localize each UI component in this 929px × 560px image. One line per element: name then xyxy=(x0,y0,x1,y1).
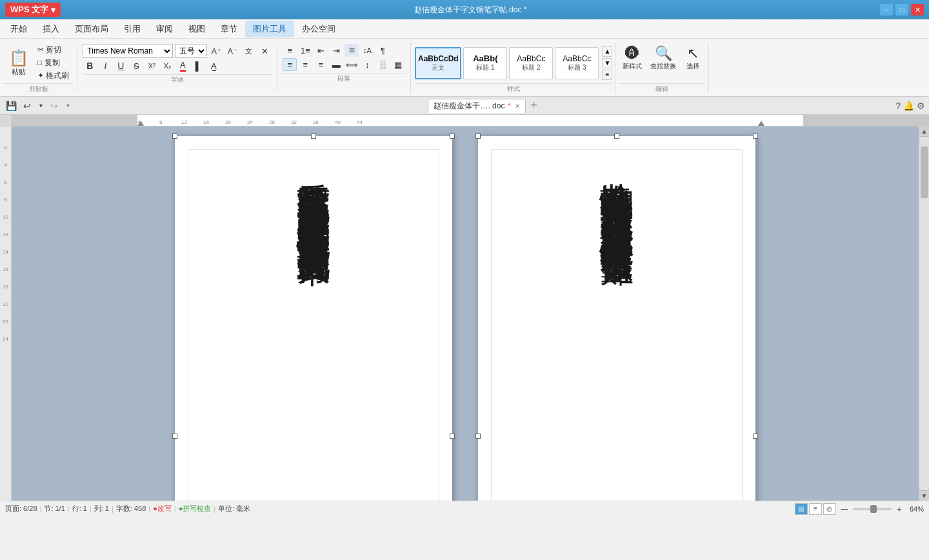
view-outline-btn[interactable]: ≡ xyxy=(809,503,822,515)
highlight-button[interactable]: ▌ xyxy=(191,59,205,72)
underline-button[interactable]: U xyxy=(114,59,128,72)
page2-handle-mr[interactable] xyxy=(753,434,758,439)
quick-access-toolbar: 💾 ↩ ▾ ↪ ▾ 赵佶瘦金体千…. doc * ✕ + ? 🔔 ⚙ xyxy=(0,97,929,115)
align-right-btn[interactable]: ≡ xyxy=(314,58,328,71)
undo-dropdown-button[interactable]: ▾ xyxy=(36,99,45,113)
vertical-scrollbar[interactable]: ▲ ▼ xyxy=(919,126,929,501)
list-ordered-button[interactable]: 1≡ xyxy=(298,44,312,57)
save-button[interactable]: 💾 xyxy=(4,99,18,113)
notification-icon[interactable]: 🔔 xyxy=(903,101,914,111)
close-button[interactable]: ✕ xyxy=(911,4,924,15)
align-left-button[interactable]: ≡ xyxy=(345,44,359,57)
strikethrough-button[interactable]: S xyxy=(129,59,143,72)
redo-dropdown-button[interactable]: ▾ xyxy=(63,99,72,113)
page1-handle-ml[interactable] xyxy=(172,434,177,439)
view-web-btn[interactable]: ◎ xyxy=(823,503,836,515)
menu-item-review[interactable]: 审阅 xyxy=(148,21,181,37)
page1-handle-tm[interactable] xyxy=(311,134,316,139)
view-page-btn[interactable]: ▤ xyxy=(795,503,808,515)
minimize-button[interactable]: ─ xyxy=(880,4,893,15)
zoom-thumb[interactable] xyxy=(870,505,877,513)
style-normal[interactable]: AaBbCcDd 正文 xyxy=(415,47,461,79)
styles-scroll-down[interactable]: ▼ xyxy=(602,58,612,68)
scroll-thumb[interactable] xyxy=(921,146,928,198)
sort-button[interactable]: ↕A xyxy=(360,44,374,57)
menu-item-references[interactable]: 引用 xyxy=(116,21,148,37)
italic-button[interactable]: I xyxy=(98,59,112,72)
page1-handle-tl[interactable] xyxy=(172,134,177,139)
maximize-button[interactable]: □ xyxy=(895,4,908,15)
menu-item-insert[interactable]: 插入 xyxy=(35,21,67,37)
add-tab-button[interactable]: + xyxy=(528,99,540,112)
align-center-btn[interactable]: ≡ xyxy=(298,58,312,71)
page1-handle-mr[interactable] xyxy=(450,434,455,439)
shading-btn[interactable]: ░ xyxy=(375,58,390,71)
scroll-track[interactable] xyxy=(919,137,929,490)
font-size-select[interactable]: 五号 四号 三号 xyxy=(175,44,207,58)
paste-button[interactable]: 📋 粘贴 xyxy=(4,44,34,82)
new-style-button[interactable]: 🅐 新样式 xyxy=(619,44,645,72)
undo-button[interactable]: ↩ xyxy=(20,99,34,113)
font-name-select[interactable]: Times New Roman Arial xyxy=(83,44,173,58)
menu-item-page-layout[interactable]: 页面布局 xyxy=(67,21,116,37)
page1-handle-tr[interactable] xyxy=(450,134,455,139)
ruler-left-indent[interactable] xyxy=(137,121,144,126)
indent-increase-button[interactable]: ⇥ xyxy=(329,44,343,57)
copy-button[interactable]: □ 复制 xyxy=(35,57,72,69)
menu-item-picture-tools[interactable]: 图片工具 xyxy=(245,21,294,37)
wps-logo[interactable]: WPS 文字 ▾ xyxy=(5,3,61,17)
scroll-down-arrow[interactable]: ▼ xyxy=(919,490,930,501)
settings-icon[interactable]: ⚙ xyxy=(917,101,925,111)
list-unordered-button[interactable]: ≡ xyxy=(283,44,297,57)
text-shadow-button[interactable]: A̲ xyxy=(206,59,221,72)
styles-scroll-up[interactable]: ▲ xyxy=(602,46,612,57)
ruler-right-indent[interactable] xyxy=(758,121,764,126)
scroll-up-arrow[interactable]: ▲ xyxy=(919,126,930,137)
wps-dropdown-icon[interactable]: ▾ xyxy=(51,5,55,15)
format-painter-button[interactable]: ✦ 格式刷 xyxy=(35,70,72,82)
ruler-mark: 20 xyxy=(225,119,231,125)
bold-button[interactable]: B xyxy=(83,59,97,72)
zoom-out-btn[interactable]: ─ xyxy=(841,504,848,514)
menu-item-office-space[interactable]: 办公空间 xyxy=(294,21,343,37)
menu-item-view[interactable]: 视图 xyxy=(181,21,213,37)
search-replace-button[interactable]: 🔍 查找替换 xyxy=(648,44,679,72)
menu-item-chapter[interactable]: 章节 xyxy=(213,21,245,37)
phonetic-guide-button[interactable]: 文 xyxy=(241,45,255,57)
page2-handle-tl[interactable] xyxy=(475,134,481,139)
page2-handle-ml[interactable] xyxy=(475,434,481,439)
page2-col1: 恭惟鞠養豈敢毀傷 xyxy=(598,156,635,166)
border-btn[interactable]: ▦ xyxy=(391,58,405,71)
select-button[interactable]: ↖ 选择 xyxy=(681,44,704,72)
help-icon[interactable]: ? xyxy=(895,101,901,111)
status-overwrite[interactable]: ●改写 xyxy=(153,504,172,514)
distribute-btn[interactable]: ⟺ xyxy=(345,58,359,71)
font-grow-button[interactable]: A⁺ xyxy=(209,45,223,57)
clear-format-button[interactable]: ✕ xyxy=(257,45,272,57)
redo-button[interactable]: ↪ xyxy=(47,99,61,113)
menu-item-start[interactable]: 开始 xyxy=(3,21,35,37)
page2-handle-tm[interactable] xyxy=(614,134,619,139)
font-color-button[interactable]: A xyxy=(175,59,190,72)
status-spellcheck[interactable]: ●拼写检查 xyxy=(179,504,212,514)
font-shrink-button[interactable]: A⁻ xyxy=(225,45,239,57)
style-heading3[interactable]: AaBbCc 标题 3 xyxy=(555,47,599,79)
style-heading2[interactable]: AaBbCc 标题 2 xyxy=(509,47,553,79)
status-sep1: | xyxy=(40,505,42,513)
status-sep7: | xyxy=(214,505,215,513)
subscript-button[interactable]: X₂ xyxy=(160,59,174,72)
show-hide-button[interactable]: ¶ xyxy=(375,44,390,57)
align-left-btn[interactable]: ≡ xyxy=(283,58,297,71)
cut-button[interactable]: ✂ 剪切 xyxy=(35,44,72,56)
style-heading1[interactable]: AaBb( 标题 1 xyxy=(463,47,507,79)
tab-close-icon[interactable]: ✕ xyxy=(515,103,520,110)
document-tab[interactable]: 赵佶瘦金体千…. doc * ✕ xyxy=(428,99,526,113)
justify-btn[interactable]: ▬ xyxy=(329,58,343,71)
line-spacing-btn[interactable]: ↕ xyxy=(360,58,374,71)
styles-scroll-expand[interactable]: ≡ xyxy=(602,70,612,80)
indent-decrease-button[interactable]: ⇤ xyxy=(314,44,328,57)
zoom-slider[interactable] xyxy=(853,508,892,510)
zoom-in-btn[interactable]: + xyxy=(897,504,902,514)
page2-handle-tr[interactable] xyxy=(753,134,758,139)
superscript-button[interactable]: X² xyxy=(145,59,159,72)
